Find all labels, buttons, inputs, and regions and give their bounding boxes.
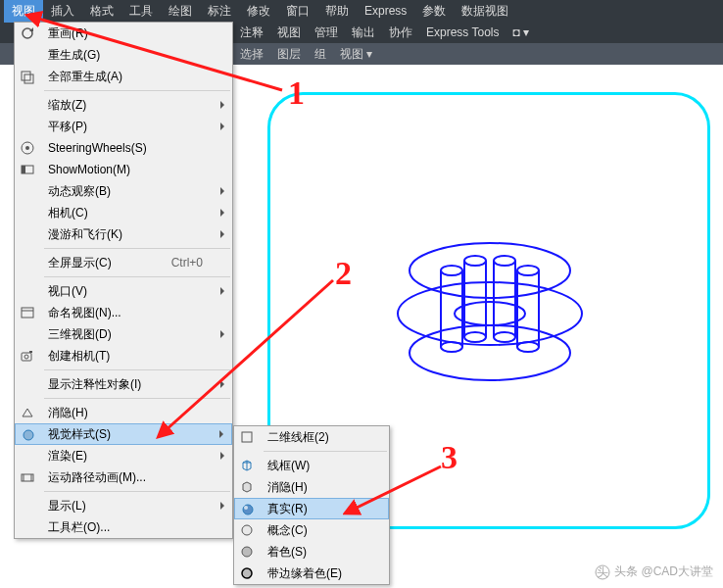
ribbon-panel-item[interactable]: 组 [308,43,333,66]
annotation-2: 2 [335,255,352,292]
svg-rect-29 [22,353,31,361]
menu-标注[interactable]: 标注 [200,0,239,23]
wf-icon [239,458,255,473]
svg-point-3 [410,325,570,380]
svg-point-39 [242,525,252,535]
redraw-icon [20,25,35,41]
ribbon-tab[interactable]: Express Tools [419,23,506,42]
menu-item[interactable]: ShowMotion(M) [15,159,232,180]
menu-Express[interactable]: Express [357,1,414,21]
svg-point-8 [464,256,486,266]
ribbon-tab[interactable]: 注释 [233,22,270,44]
submenu-arrow-icon [220,287,224,295]
anim-icon [20,469,35,485]
svg-rect-36 [242,432,252,442]
svg-point-40 [242,547,252,557]
separator [44,248,230,249]
ribbon-tab[interactable]: 输出 [345,22,382,44]
menu-item[interactable]: 动态观察(B) [15,180,232,202]
menu-数据视图[interactable]: 数据视图 [454,0,516,23]
submenu-item[interactable]: 着色(S) [234,541,389,563]
menu-帮助[interactable]: 帮助 [317,0,357,23]
menu-item[interactable]: SteeringWheels(S) [15,137,232,159]
svg-text:头: 头 [597,565,608,579]
menu-item[interactable]: 重生成(G) [15,44,232,66]
submenu-item[interactable]: 真实(R) [234,498,389,519]
ribbon-panel-item[interactable]: 图层 [270,43,308,66]
menu-item[interactable]: 视觉样式(S) [15,423,232,445]
menu-工具[interactable]: 工具 [121,0,161,23]
submenu-arrow-icon [220,101,224,109]
submenu-item[interactable]: 线框(W) [234,455,389,476]
menu-item[interactable]: 命名视图(N)... [15,302,232,323]
menu-item[interactable]: 消隐(H) [15,402,232,423]
shade-icon [239,544,255,560]
menu-item[interactable]: 全部重生成(A) [15,66,232,87]
menu-插入[interactable]: 插入 [43,0,82,23]
svg-point-16 [517,266,539,275]
separator [44,90,230,91]
ribbon-panel-item[interactable]: 选择 [233,43,270,66]
menu-格式[interactable]: 格式 [82,0,121,23]
menu-item[interactable]: 显示注释性对象(I) [15,373,232,395]
ribbon-panel-item[interactable]: 视图 ▾ [333,43,379,66]
menu-item[interactable]: 显示(L) [15,495,232,516]
svg-point-11 [464,332,486,342]
menu-item[interactable]: 渲染(E) [15,445,232,466]
menu-参数[interactable]: 参数 [414,0,454,23]
motion-icon [20,162,35,177]
separator [44,398,230,399]
submenu-arrow-icon [220,122,224,130]
submenu-item[interactable]: 概念(C) [234,519,389,541]
menu-item[interactable]: 视口(V) [15,280,232,302]
submenu-item[interactable]: 二维线框(2) [234,426,389,448]
menu-绘图[interactable]: 绘图 [161,0,200,23]
view-menu[interactable]: 重画(R)重生成(G)全部重生成(A)缩放(Z)平移(P)SteeringWhe… [14,22,233,539]
menu-item[interactable]: 运动路径动画(M)... [15,466,232,488]
real-icon [240,502,256,517]
watermark: 头 头条 @CAD大讲堂 [595,564,713,580]
svg-point-15 [494,332,515,342]
menu-item[interactable]: 三维视图(D) [15,323,232,345]
menu-item[interactable]: 全屏显示(C)Ctrl+0 [15,252,232,273]
svg-rect-27 [22,308,33,318]
svg-rect-31 [29,351,32,353]
menu-item[interactable]: 缩放(Z) [15,94,232,116]
menu-item[interactable]: 平移(P) [15,116,232,137]
ribbon-tab[interactable]: 视图 [270,22,308,44]
menu-窗口[interactable]: 窗口 [278,0,317,23]
visual-style-submenu[interactable]: 二维线框(2)线框(W)消隐(H)真实(R)概念(C)着色(S)带边缘着色(E) [233,425,390,585]
ribbon-tab[interactable]: 协作 [382,22,419,44]
svg-point-32 [24,430,33,440]
submenu-arrow-icon [219,430,223,438]
svg-point-37 [243,505,253,514]
menubar[interactable]: 视图插入格式工具绘图标注修改窗口帮助Express参数数据视图 [0,0,723,22]
menu-修改[interactable]: 修改 [239,0,278,23]
drawing-3d-model [392,225,588,382]
shadee-icon [239,565,255,581]
svg-rect-21 [22,72,30,80]
menu-视图[interactable]: 视图 [4,0,43,23]
submenu-arrow-icon [220,187,224,195]
submenu-arrow-icon [220,452,224,460]
menu-item[interactable]: 漫游和飞行(K) [15,223,232,245]
ribbon-tab[interactable]: ◘ ▾ [506,23,536,42]
svg-point-41 [242,568,252,578]
submenu-item[interactable]: 消隐(H) [234,476,389,498]
submenu-arrow-icon [220,209,224,217]
submenu-item[interactable]: 带边缘着色(E) [234,563,389,584]
svg-point-30 [24,355,28,359]
hide-icon [20,405,35,420]
submenu-arrow-icon [220,502,224,510]
named-icon [20,305,35,320]
menu-item[interactable]: 工具栏(O)... [15,516,232,538]
menu-item[interactable]: 创建相机(T) [15,345,232,367]
svg-point-7 [441,342,462,352]
submenu-arrow-icon [220,330,224,338]
menu-item[interactable]: 相机(C) [15,202,232,223]
submenu-arrow-icon [220,230,224,238]
menu-item[interactable]: 重画(R) [15,23,232,44]
vstyle-icon [21,427,36,443]
concept-icon [239,522,255,538]
ribbon-tab[interactable]: 管理 [308,22,345,44]
